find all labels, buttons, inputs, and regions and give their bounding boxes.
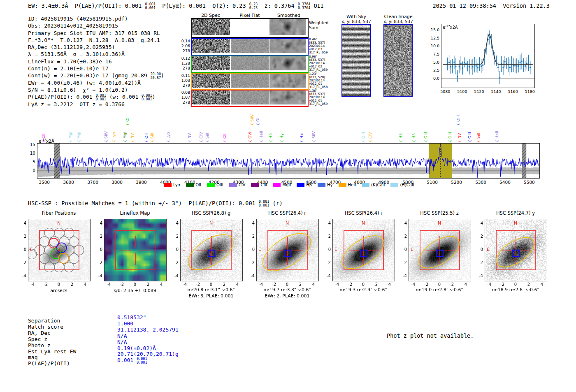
full-spectrum-canvas	[37, 144, 539, 178]
match-table-label: Photo z	[28, 342, 51, 348]
text-segment: LineFlux = 3.70(±0.38)e-16	[28, 58, 112, 65]
cutout-title: Fiber Positions	[42, 210, 76, 216]
spec2d-noise-image	[192, 74, 230, 88]
spec2d-row	[191, 90, 309, 107]
cutout-x-tick-label: 2	[451, 282, 454, 287]
legend-label: (K)CaII	[371, 183, 385, 187]
spec2d-row-right-meta: 317_RL_059	[309, 102, 328, 106]
spec2d-col-header: Pixel Flat	[239, 13, 260, 18]
cutout-y-tick-label: -4	[170, 274, 179, 278]
fraction-lower: 0.001	[142, 97, 152, 101]
clean-image	[383, 24, 413, 97]
spec2d-row-right-meta: 317_RL_058	[309, 85, 328, 89]
cutout-x-tick-label: 2	[223, 282, 225, 287]
emission-line-label: { HeII	[495, 131, 499, 142]
cutout-y-tick-label: 2	[246, 234, 255, 239]
info-line: F=*3.0"* T=0.127 N=1.28 A=0.83 g=24.1	[28, 37, 164, 44]
cutout-x-tick-label: -2	[348, 282, 352, 287]
report-timestamp: 2025-01-12 09:38:54	[433, 2, 496, 9]
cutout-y-tick-label: 0	[17, 247, 26, 252]
text-segment: 0.001	[117, 357, 137, 364]
spec2d-pixelflat-image	[231, 56, 269, 70]
spectrum-x-tick-label: 5400	[499, 180, 511, 185]
spectrum-y-tick-label: 0	[27, 168, 35, 173]
cutout-y-tick-label: 0	[246, 247, 255, 252]
match-table-label: Match score	[28, 324, 63, 330]
legend-swatch	[251, 183, 259, 187]
cutout-x-tick-label: 2	[147, 282, 149, 287]
spectrum-x-tick-label: 3700	[87, 180, 98, 185]
info-line: ID: 4025819915 (4025819915.pdf)	[28, 15, 164, 22]
text-segment: z: 0.3764	[258, 2, 298, 9]
legend-label: Hβ	[306, 183, 312, 187]
cutout-y-tick-label: 0	[474, 247, 483, 252]
legend-label: CIV	[239, 183, 246, 187]
spec2d-row-left-stat: 0.08	[178, 90, 190, 95]
text-segment: Cont(w) = 2.20(±0.03)e-17 (gmag 20.89	[28, 72, 150, 79]
legend-item: Lyα	[164, 183, 180, 187]
text-segment: )	[152, 94, 156, 100]
fraction-lower: 20.87	[150, 76, 161, 80]
info-line: Primary Spec_Slot_IFU_AMP: 317_015_038_R…	[28, 30, 164, 37]
spec2d-row-left-stat: 278	[178, 100, 190, 104]
spectrum-x-tick-label: 3800	[111, 180, 123, 185]
cutout-x-tick-label: -2	[272, 282, 276, 287]
cutout-x-tick-label: -4	[107, 282, 111, 287]
emission-line-label: { MgII	[77, 130, 81, 142]
inset-y-tick-label: 7.5	[429, 52, 439, 56]
cutout-title: HSC SSP(25.5) z	[420, 210, 458, 216]
info-line: Obs: 20230114v012_4025819915	[28, 22, 164, 29]
cutout-plot-galaxy	[485, 219, 547, 281]
emission-line-label: { MgII	[68, 130, 72, 142]
inset-x-tick-label: 5100	[457, 89, 467, 94]
cutout-plot-galaxy	[409, 219, 471, 281]
fraction-lower: 0.001	[259, 204, 269, 207]
text-segment: (r)	[269, 200, 283, 206]
text-segment: S/N = 8.1(±0.6) χ² = 1.0(±0.2)	[28, 87, 128, 93]
cutout-x-tick-label: 4	[312, 282, 315, 287]
match-table-label: Est LyA rest-EW	[28, 348, 76, 355]
cutout-plot-fiber	[28, 219, 91, 281]
cutout-x-tick-label: -4	[183, 282, 187, 287]
cutout-x-tick-label: -2	[424, 282, 428, 287]
legend-label: OII	[195, 183, 201, 187]
cutout-x-tick-label: 0	[514, 282, 517, 287]
spec2d-row-right-meta: 317_RL_059	[309, 51, 328, 54]
spec2d-row	[191, 38, 309, 56]
cutout-y-tick-label: 2	[474, 234, 483, 239]
cutout-x-tick-label: 0	[362, 282, 365, 287]
spec2d-noise-image	[192, 90, 230, 104]
emission-line-label: { OII	[144, 133, 149, 142]
line-fit-canvas	[441, 24, 534, 88]
legend-swatch	[362, 183, 369, 187]
spec2d-pixelflat-image	[231, 90, 269, 104]
spec2d-pixelflat-image	[231, 39, 269, 53]
text-segment: RA,Dec (31.112129,2.025935)	[28, 44, 115, 50]
match-table-value: N/A	[117, 333, 127, 339]
cutout-canvas	[333, 219, 395, 281]
fraction-lower: 0.001	[145, 6, 156, 10]
spec2d-row	[191, 18, 309, 38]
match-table-value: 0.19(±0.02)Å	[117, 345, 156, 351]
legend-label: Lyα	[173, 183, 180, 187]
cutout-x-tick-label: 4	[465, 282, 467, 287]
spec2d-row	[191, 73, 309, 90]
sky-panel-coords: x, y: 833, 537	[383, 19, 413, 24]
info-line: Cont(w) = 2.20(±0.03)e-17 (gmag 20.89 20…	[28, 72, 164, 79]
hsc-match-summary-line: HSC-SSP : Possible Matches = 1 (within +…	[28, 200, 283, 207]
spec2d-noise-image	[192, 56, 230, 70]
match-table-label: mag	[28, 354, 37, 360]
spec2d-row-left-stat: 0.11	[178, 73, 190, 78]
legend-label: CIII	[260, 183, 267, 187]
legend-swatch	[164, 183, 172, 187]
text-segment: )	[161, 72, 164, 79]
legend-item: (K)CaII	[362, 183, 385, 187]
fraction-lower: 0.001	[137, 361, 147, 364]
text-segment: ID: 4025819915 (4025819915.pdf)	[28, 16, 128, 22]
spec2d-row-left-stat: 278	[178, 49, 190, 53]
legend-item: OIII	[207, 183, 223, 187]
text-segment: F=*3.0"* T=0.127 N=1.28 A=0.83 g=24.1	[28, 37, 160, 43]
spectrum-x-tick-label: 5100	[427, 180, 438, 185]
cutout-caption-ew: EWr: 2, PLAE: 0.001	[265, 293, 309, 299]
fraction-lower: 0.23	[249, 6, 258, 10]
